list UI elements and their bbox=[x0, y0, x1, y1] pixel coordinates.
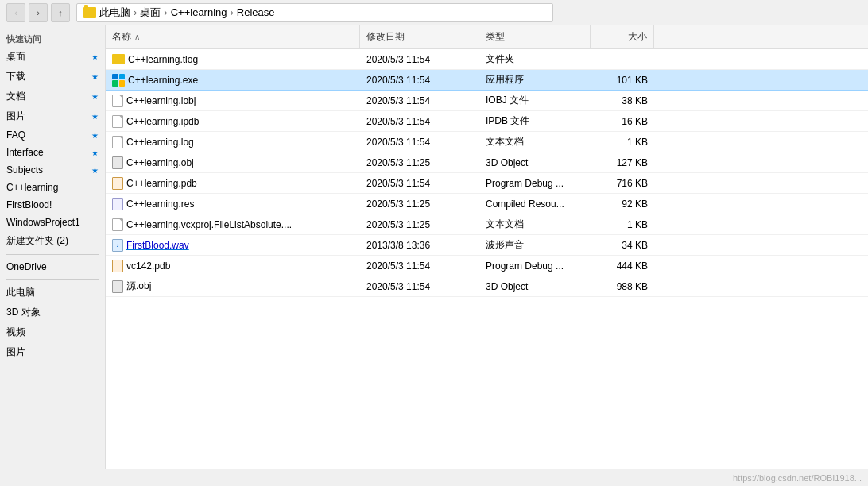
exe-icon bbox=[112, 74, 125, 87]
file-cell-type: 文件夹 bbox=[479, 52, 591, 66]
pdb-icon bbox=[112, 260, 123, 272]
sidebar-interface-label: Interface bbox=[6, 147, 44, 158]
col-header-name[interactable]: 名称 ∧ bbox=[106, 25, 360, 48]
table-row[interactable]: C++learning.pdb 2020/5/3 11:54 Program D… bbox=[106, 173, 868, 194]
breadcrumb-release[interactable]: Release bbox=[237, 6, 275, 18]
sidebar-divider bbox=[6, 254, 99, 255]
back-button[interactable]: ‹ bbox=[6, 3, 25, 22]
table-row[interactable]: C++learning.res 2020/5/3 11:25 Compiled … bbox=[106, 194, 868, 214]
file-cell-name: 源.obj bbox=[106, 280, 360, 293]
pin-icon: ★ bbox=[91, 52, 99, 61]
file-name: C++learning.pdb bbox=[126, 178, 197, 189]
file-cell-type: 应用程序 bbox=[479, 73, 591, 87]
sidebar-item-firstblood[interactable]: FirstBlood! bbox=[0, 196, 105, 214]
file-cell-type: 文本文档 bbox=[479, 218, 591, 231]
col-name-label: 名称 bbox=[112, 30, 131, 44]
sidebar-item-pictures[interactable]: 图片 ★ bbox=[0, 106, 105, 126]
breadcrumb-desktop[interactable]: 桌面 bbox=[140, 6, 161, 20]
file-name: C++learning.iobj bbox=[126, 95, 196, 106]
table-row[interactable]: C++learning.log 2020/5/3 11:54 文本文档 1 KB bbox=[106, 132, 868, 152]
sidebar-item-thispc[interactable]: 此电脑 bbox=[0, 283, 105, 303]
folder-icon bbox=[112, 54, 125, 64]
table-row[interactable]: C++learning.vcxproj.FileListAbsolute....… bbox=[106, 214, 868, 235]
file-cell-name: C++learning.ipdb bbox=[106, 115, 360, 128]
pin-icon: ★ bbox=[91, 148, 99, 157]
sidebar-item-windowsproject[interactable]: WindowsProject1 bbox=[0, 214, 105, 231]
pin-icon: ★ bbox=[91, 72, 99, 81]
breadcrumb[interactable]: 此电脑 › 桌面 › C++learning › Release bbox=[76, 3, 553, 22]
obj-icon bbox=[112, 280, 123, 293]
res-icon bbox=[112, 198, 123, 210]
file-cell-size: 101 KB bbox=[591, 75, 654, 86]
file-cell-date: 2020/5/3 11:25 bbox=[360, 199, 479, 210]
file-cell-size: 444 KB bbox=[591, 260, 654, 272]
folder-icon bbox=[83, 7, 96, 18]
file-cell-name: C++learning.vcxproj.FileListAbsolute.... bbox=[106, 218, 360, 231]
col-header-size[interactable]: 大小 bbox=[591, 25, 654, 48]
sidebar-documents-label: 文档 bbox=[6, 90, 25, 103]
sidebar-item-onedrive[interactable]: OneDrive bbox=[0, 258, 105, 276]
breadcrumb-sep3: › bbox=[231, 6, 234, 18]
quickaccess-label: 快速访问 bbox=[0, 29, 105, 47]
file-name: FirstBlood.wav bbox=[126, 240, 189, 251]
sidebar-3dobject-label: 3D 对象 bbox=[6, 306, 41, 319]
file-cell-name: C++learning.exe bbox=[106, 74, 360, 87]
breadcrumb-thispc[interactable]: 此电脑 bbox=[99, 6, 130, 20]
sidebar-subjects-label: Subjects bbox=[6, 164, 43, 176]
table-row[interactable]: C++learning.tlog 2020/5/3 11:54 文件夹 bbox=[106, 49, 868, 70]
col-header-date[interactable]: 修改日期 bbox=[360, 25, 479, 48]
sidebar-item-documents[interactable]: 文档 ★ bbox=[0, 87, 105, 106]
wav-icon: ♪ bbox=[112, 239, 123, 252]
sidebar-item-cpplearning[interactable]: C++learning bbox=[0, 179, 105, 196]
up-button[interactable]: ↑ bbox=[51, 3, 70, 22]
col-header-type[interactable]: 类型 bbox=[479, 25, 591, 48]
table-row[interactable]: vc142.pdb 2020/5/3 11:54 Program Debug .… bbox=[106, 256, 868, 276]
file-icon bbox=[112, 218, 123, 231]
pin-icon: ★ bbox=[91, 112, 99, 121]
sidebar-thispc-label: 此电脑 bbox=[6, 286, 35, 299]
file-cell-date: 2020/5/3 11:54 bbox=[360, 281, 479, 292]
sidebar-pictures-label: 图片 bbox=[6, 110, 25, 123]
sidebar-item-photos[interactable]: 图片 bbox=[0, 342, 105, 362]
file-cell-type: Program Debug ... bbox=[479, 178, 591, 189]
title-bar: ‹ › ↑ 此电脑 › 桌面 › C++learning › Release bbox=[0, 0, 868, 25]
file-name: vc142.pdb bbox=[126, 260, 170, 272]
col-date-label: 修改日期 bbox=[366, 30, 405, 44]
file-cell-name: C++learning.pdb bbox=[106, 177, 360, 190]
sidebar-item-newfolder[interactable]: 新建文件夹 (2) bbox=[0, 231, 105, 251]
forward-button[interactable]: › bbox=[29, 3, 48, 22]
sidebar-photos-label: 图片 bbox=[6, 345, 25, 359]
file-cell-type: IPDB 文件 bbox=[479, 114, 591, 128]
file-list: C++learning.tlog 2020/5/3 11:54 文件夹 C++l… bbox=[106, 49, 868, 486]
file-cell-date: 2020/5/3 11:25 bbox=[360, 219, 479, 230]
sidebar-divider2 bbox=[6, 279, 99, 280]
sidebar-item-3dobject[interactable]: 3D 对象 bbox=[0, 303, 105, 322]
table-row[interactable]: C++learning.iobj 2020/5/3 11:54 IOBJ 文件 … bbox=[106, 91, 868, 111]
file-cell-date: 2020/5/3 11:54 bbox=[360, 95, 479, 106]
breadcrumb-item[interactable]: 此电脑 › 桌面 › C++learning › Release bbox=[99, 6, 275, 20]
file-name: C++learning.log bbox=[126, 137, 194, 148]
sidebar-item-interface[interactable]: Interface ★ bbox=[0, 144, 105, 161]
sidebar-item-faq[interactable]: FAQ ★ bbox=[0, 126, 105, 144]
file-cell-size: 127 KB bbox=[591, 157, 654, 168]
sidebar-newfolder-label: 新建文件夹 (2) bbox=[6, 234, 68, 248]
sidebar-item-subjects[interactable]: Subjects ★ bbox=[0, 161, 105, 179]
sidebar-onedrive-label: OneDrive bbox=[6, 261, 47, 272]
table-row[interactable]: ♪ FirstBlood.wav 2013/3/8 13:36 波形声音 34 … bbox=[106, 235, 868, 256]
file-icon bbox=[112, 136, 123, 148]
table-row[interactable]: C++learning.exe 2020/5/3 11:54 应用程序 101 … bbox=[106, 70, 868, 91]
file-cell-type: Program Debug ... bbox=[479, 260, 591, 272]
file-cell-name: C++learning.res bbox=[106, 198, 360, 210]
sidebar-item-videos[interactable]: 视频 bbox=[0, 322, 105, 342]
sidebar-downloads-label: 下载 bbox=[6, 70, 25, 83]
file-cell-name: ♪ FirstBlood.wav bbox=[106, 239, 360, 252]
sidebar-item-downloads[interactable]: 下载 ★ bbox=[0, 67, 105, 87]
pin-icon: ★ bbox=[91, 131, 99, 140]
table-row[interactable]: C++learning.ipdb 2020/5/3 11:54 IPDB 文件 … bbox=[106, 111, 868, 132]
watermark: https://blog.csdn.net/ROBI1918... bbox=[733, 473, 862, 483]
sort-arrow: ∧ bbox=[134, 33, 140, 41]
table-row[interactable]: C++learning.obj 2020/5/3 11:25 3D Object… bbox=[106, 152, 868, 173]
table-row[interactable]: 源.obj 2020/5/3 11:54 3D Object 988 KB bbox=[106, 276, 868, 297]
sidebar-item-desktop[interactable]: 桌面 ★ bbox=[0, 47, 105, 67]
breadcrumb-cpplearning[interactable]: C++learning bbox=[171, 6, 227, 18]
